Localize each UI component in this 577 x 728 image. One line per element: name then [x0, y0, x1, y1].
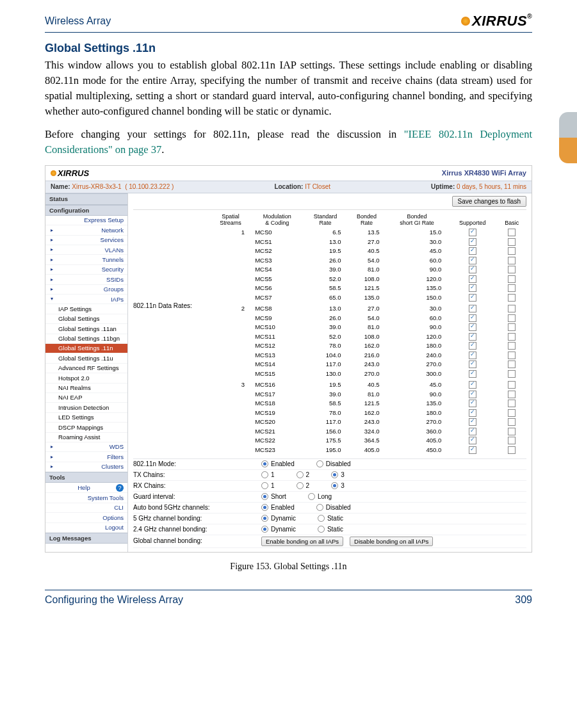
- sidebar-item[interactable]: Services: [45, 236, 127, 245]
- sidebar-item[interactable]: Security: [45, 265, 127, 275]
- supported-checkbox[interactable]: [469, 294, 476, 302]
- sidebar-subitem[interactable]: Roaming Assist: [45, 433, 127, 442]
- basic-checkbox[interactable]: [508, 323, 516, 331]
- sidebar-subitem[interactable]: Advanced RF Settings: [45, 364, 127, 373]
- basic-checkbox[interactable]: [508, 342, 516, 350]
- supported-checkbox[interactable]: [469, 257, 476, 264]
- supported-checkbox[interactable]: [469, 247, 476, 255]
- supported-checkbox[interactable]: [469, 238, 476, 246]
- supported-checkbox[interactable]: [469, 446, 476, 454]
- sidebar-item[interactable]: Groups: [45, 285, 127, 295]
- basic-checkbox[interactable]: [508, 400, 516, 407]
- basic-checkbox[interactable]: [508, 275, 516, 283]
- sidebar-subitem[interactable]: Global Settings .11u: [45, 353, 127, 363]
- radio-option[interactable]: Long: [308, 493, 332, 501]
- basic-checkbox[interactable]: [508, 238, 516, 246]
- supported-checkbox[interactable]: [469, 437, 476, 444]
- basic-checkbox[interactable]: [508, 428, 516, 435]
- sidebar-subitem[interactable]: Hotspot 2.0: [45, 373, 127, 383]
- sidebar-subitem[interactable]: Global Settings .11bgn: [45, 334, 127, 344]
- radio-option[interactable]: Static: [318, 526, 343, 533]
- sidebar-item[interactable]: SSIDs: [45, 275, 127, 284]
- radio-option[interactable]: 2: [297, 482, 310, 490]
- supported-checkbox[interactable]: [469, 342, 476, 350]
- radio-option[interactable]: 2: [297, 471, 310, 479]
- sidebar-subitem[interactable]: Global Settings .11an: [45, 324, 127, 334]
- basic-checkbox[interactable]: [508, 370, 516, 378]
- sidebar-section-status[interactable]: Status: [45, 193, 127, 204]
- supported-checkbox[interactable]: [469, 314, 476, 322]
- sidebar-section-config[interactable]: Configuration: [45, 205, 127, 216]
- supported-checkbox[interactable]: [469, 266, 476, 273]
- sidebar-section-tools[interactable]: Tools: [45, 472, 127, 483]
- radio-option[interactable]: Dynamic: [261, 526, 296, 533]
- basic-checkbox[interactable]: [508, 418, 516, 426]
- sidebar-subitem[interactable]: Global Settings .11n: [45, 344, 127, 353]
- sidebar-subitem[interactable]: IAP Settings: [45, 304, 127, 314]
- basic-checkbox[interactable]: [508, 314, 516, 322]
- sidebar-item[interactable]: VLANs: [45, 245, 127, 255]
- sidebar-item[interactable]: IAPs: [45, 295, 127, 304]
- basic-checkbox[interactable]: [508, 266, 516, 273]
- sidebar-section-logs[interactable]: Log Messages: [45, 533, 127, 544]
- supported-checkbox[interactable]: [469, 428, 476, 435]
- basic-checkbox[interactable]: [508, 409, 516, 417]
- sidebar-tool-item[interactable]: Options: [45, 513, 127, 522]
- sidebar-item[interactable]: Filters: [45, 452, 127, 462]
- supported-checkbox[interactable]: [469, 305, 476, 312]
- basic-checkbox[interactable]: [508, 446, 516, 454]
- sidebar-tool-item[interactable]: CLI: [45, 503, 127, 513]
- sidebar-tool-item[interactable]: System Tools: [45, 493, 127, 503]
- sidebar-item[interactable]: Express Setup: [45, 216, 127, 225]
- radio-option[interactable]: 3: [331, 482, 345, 490]
- sidebar-tool-item[interactable]: Logout: [45, 523, 127, 533]
- basic-checkbox[interactable]: [508, 333, 516, 341]
- supported-checkbox[interactable]: [469, 409, 476, 417]
- radio-option[interactable]: 1: [261, 471, 275, 479]
- basic-checkbox[interactable]: [508, 284, 516, 292]
- radio-option[interactable]: Static: [318, 515, 343, 522]
- sidebar-subitem[interactable]: NAI Realms: [45, 384, 127, 393]
- save-button[interactable]: Save changes to flash: [452, 196, 526, 207]
- supported-checkbox[interactable]: [469, 370, 476, 378]
- radio-option[interactable]: Disabled: [316, 504, 351, 512]
- radio-option[interactable]: 1: [261, 482, 275, 490]
- supported-checkbox[interactable]: [469, 284, 476, 292]
- basic-checkbox[interactable]: [508, 437, 516, 444]
- sidebar-subitem[interactable]: LED Settings: [45, 413, 127, 423]
- supported-checkbox[interactable]: [469, 333, 476, 341]
- supported-checkbox[interactable]: [469, 360, 476, 368]
- basic-checkbox[interactable]: [508, 229, 516, 236]
- sidebar-subitem[interactable]: Global Settings: [45, 314, 127, 324]
- sidebar-tool-item[interactable]: Help?: [45, 483, 127, 493]
- supported-checkbox[interactable]: [469, 229, 476, 236]
- basic-checkbox[interactable]: [508, 257, 516, 264]
- radio-option[interactable]: Enabled: [261, 504, 295, 512]
- enable-bonding-button[interactable]: Enable bonding on all IAPs: [261, 537, 343, 546]
- basic-checkbox[interactable]: [508, 391, 516, 398]
- sidebar-item[interactable]: WDS: [45, 442, 127, 452]
- sidebar-subitem[interactable]: NAI EAP: [45, 393, 127, 403]
- basic-checkbox[interactable]: [508, 381, 516, 389]
- sidebar-item[interactable]: Network: [45, 225, 127, 235]
- supported-checkbox[interactable]: [469, 418, 476, 426]
- sidebar-item[interactable]: Clusters: [45, 462, 127, 472]
- basic-checkbox[interactable]: [508, 294, 516, 302]
- basic-checkbox[interactable]: [508, 352, 516, 359]
- supported-checkbox[interactable]: [469, 323, 476, 331]
- radio-option[interactable]: Dynamic: [261, 515, 296, 522]
- supported-checkbox[interactable]: [469, 352, 476, 359]
- supported-checkbox[interactable]: [469, 400, 476, 407]
- sidebar-subitem[interactable]: Intrusion Detection: [45, 403, 127, 412]
- sidebar-item[interactable]: Tunnels: [45, 255, 127, 264]
- basic-checkbox[interactable]: [508, 305, 516, 312]
- supported-checkbox[interactable]: [469, 275, 476, 283]
- radio-option[interactable]: Short: [261, 493, 286, 501]
- radio-option[interactable]: Enabled: [261, 460, 295, 468]
- supported-checkbox[interactable]: [469, 391, 476, 398]
- radio-option[interactable]: Disabled: [316, 460, 351, 468]
- basic-checkbox[interactable]: [508, 247, 516, 255]
- disable-bonding-button[interactable]: Disable bonding on all IAPs: [350, 537, 433, 546]
- sidebar-subitem[interactable]: DSCP Mappings: [45, 423, 127, 432]
- radio-option[interactable]: 3: [331, 471, 345, 479]
